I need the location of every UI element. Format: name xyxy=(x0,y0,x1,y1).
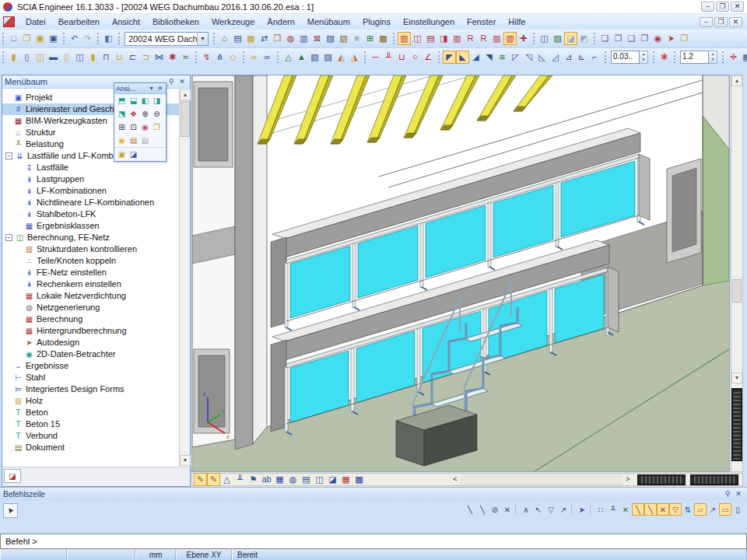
scale-spinner[interactable]: 0.03..▴▾ xyxy=(611,51,648,64)
snap-mode-tangent-icon[interactable]: ⇅ xyxy=(682,503,694,516)
line-force-icon[interactable]: ─ xyxy=(369,51,382,64)
tree-item-holz[interactable]: ▥Holz xyxy=(2,395,179,407)
hinge-4-icon[interactable]: ◥ xyxy=(482,51,496,64)
tree-item-hintergrundberechnung[interactable]: ▦Hintergrundberechnung xyxy=(2,325,179,337)
edit-all-icon[interactable]: ✎ xyxy=(207,473,220,486)
target-icon[interactable]: ✛ xyxy=(727,51,740,64)
snap-cursor-icon[interactable]: ↖ xyxy=(532,503,545,516)
tree-item-verbund[interactable]: TVerbund xyxy=(2,430,179,442)
beam-tool-4-icon[interactable]: ▬ xyxy=(47,51,60,64)
render-icon[interactable]: ❖ xyxy=(128,108,139,120)
snap-dot-grid-icon[interactable]: ∷ xyxy=(594,503,607,516)
select-by-property-icon[interactable]: ◨ xyxy=(437,32,451,45)
show-rendering-icon[interactable]: ◫ xyxy=(313,473,326,486)
show-names-icon[interactable]: ab xyxy=(260,473,273,486)
tree-item-nichtlineare-lf-kombinationen[interactable]: ↡Nichtlineare LF-Kombinationen xyxy=(2,197,179,208)
edit-active-icon[interactable]: ✎ xyxy=(194,473,207,486)
engineering-report-icon[interactable]: ▩ xyxy=(377,32,390,45)
subsoil-2-icon[interactable]: ▨ xyxy=(321,51,335,64)
beam-tool-10-icon[interactable]: ⊏ xyxy=(126,51,139,64)
show-labels-icon[interactable]: ⚑ xyxy=(247,473,260,486)
light-icon[interactable]: ◉ xyxy=(116,135,128,146)
corner-window-1-icon[interactable]: ❏ xyxy=(598,32,612,45)
vscroll-down-icon[interactable]: ▼ xyxy=(731,373,742,383)
cursor-tool-button[interactable]: ➤ xyxy=(3,503,18,518)
tree-item-strukturdaten-kontrollieren[interactable]: ▥Strukturdaten kontrollieren xyxy=(2,243,179,255)
mdi-close-button[interactable]: ✕ xyxy=(729,17,742,27)
zoom-all-icon[interactable]: ⊡ xyxy=(128,121,139,133)
corner-window-4-icon[interactable]: ❒ xyxy=(638,32,651,45)
scale-spinner-arrows[interactable]: ▴▾ xyxy=(640,51,648,64)
menu-datei[interactable]: Datei xyxy=(19,16,52,28)
zoom-selection-icon[interactable]: ◉ xyxy=(139,121,151,133)
command-input[interactable]: Befehl > xyxy=(0,534,747,549)
delete-icon[interactable]: ⊠ xyxy=(310,32,324,45)
select-by-layer-icon[interactable]: ▤ xyxy=(424,32,437,45)
beam-tool-13-icon[interactable]: ✱ xyxy=(166,51,179,64)
tree-item-2d-daten-betrachter[interactable]: ◉2D-Daten-Betrachter xyxy=(2,348,179,360)
new-icon[interactable]: □ xyxy=(7,32,20,45)
tree-item-ergebnisklassen[interactable]: ▦Ergebnisklassen xyxy=(2,220,179,232)
hinge-5-icon[interactable]: ≋ xyxy=(496,51,509,64)
menu-ansicht[interactable]: Ansicht xyxy=(106,16,146,28)
chevron-down-icon[interactable]: ▾ xyxy=(147,85,156,92)
beam-tool-14-icon[interactable]: ≍ xyxy=(179,51,192,64)
close-panel-icon[interactable]: ✕ xyxy=(177,77,188,87)
deselect-icon[interactable]: ▥ xyxy=(451,32,464,45)
scroll-down-icon[interactable]: ▼ xyxy=(180,455,191,466)
menu-einstellungen[interactable]: Einstellungen xyxy=(397,16,461,28)
show-grid-icon[interactable]: ▦ xyxy=(339,473,352,486)
tree-item-lastf-lle[interactable]: ↧Lastfälle xyxy=(2,162,179,173)
tree-item-stahlbeton-lfk[interactable]: ↡Stahlbeton-LFK xyxy=(2,208,179,220)
beam-tool-8-icon[interactable]: ⊓ xyxy=(100,51,113,64)
factor-spinner[interactable]: 1.2▴▾ xyxy=(680,51,717,64)
open-icon[interactable]: ❒ xyxy=(20,32,33,45)
zoom-in-icon[interactable]: ⊕ xyxy=(139,108,151,120)
minimize-button[interactable]: − xyxy=(701,2,714,12)
tree-item-lokale-netzverdichtung[interactable]: ▦Lokale Netzverdichtung xyxy=(2,290,179,302)
layers-icon[interactable]: ▤ xyxy=(231,32,244,45)
free-load-icon[interactable]: ○ xyxy=(409,51,422,64)
hinge-12-icon[interactable]: ⌐ xyxy=(588,51,601,64)
view-parameters-icon[interactable]: ◪ xyxy=(128,149,139,160)
menu-bibliotheken[interactable]: Bibliotheken xyxy=(146,16,205,28)
view-x-icon[interactable]: ⬒ xyxy=(116,95,128,107)
tree-item-lf-kombinationen[interactable]: ↡LF-Kombinationen xyxy=(2,185,179,197)
beam-tool-7-icon[interactable]: ▮ xyxy=(86,51,100,64)
angle-icon[interactable]: ✻ xyxy=(658,51,671,64)
redraw-icon[interactable]: ◉ xyxy=(651,32,665,45)
tree-item-dokument[interactable]: ▤Dokument xyxy=(2,442,179,453)
tree-item-integriertes-design-forms[interactable]: ⊨Integriertes Design Forms xyxy=(2,383,179,395)
snap-mode-arc-icon[interactable]: ▱ xyxy=(694,503,707,516)
export-view-icon[interactable]: ▨ xyxy=(551,32,564,45)
snap-circle-icon[interactable]: ⊘ xyxy=(489,503,501,516)
surface-load-icon[interactable]: ⊔ xyxy=(395,51,409,64)
snap-mode-midpoint-icon[interactable]: ╲ xyxy=(644,503,657,516)
view-z-icon[interactable]: ◧ xyxy=(139,95,151,107)
add-selection-icon[interactable]: ▥ xyxy=(490,32,503,45)
add-doc-icon[interactable]: ⊞ xyxy=(363,32,377,45)
zoom-out-icon[interactable]: ⊖ xyxy=(151,108,163,120)
hscroll-left-icon[interactable]: < xyxy=(450,474,461,485)
beam-tool-6-icon[interactable]: ◫ xyxy=(73,51,86,64)
hinge-11-icon[interactable]: ⊾ xyxy=(575,51,588,64)
snap-pointer-grid-icon[interactable]: ➤ xyxy=(576,503,588,516)
undo-icon[interactable]: ↶ xyxy=(68,32,81,45)
maximize-button[interactable]: ❐ xyxy=(716,2,729,12)
mdi-minimize-button[interactable]: − xyxy=(700,17,713,27)
show-doc-icon[interactable]: ▤ xyxy=(300,473,313,486)
tree-item-stahl[interactable]: ⊢Stahl xyxy=(2,372,179,383)
menu-werkzeuge[interactable]: Werkzeuge xyxy=(205,16,261,28)
snap-mode-intersection-icon[interactable]: ✕ xyxy=(657,503,669,516)
table-icon[interactable]: ▥ xyxy=(297,32,310,45)
zoom-window-icon[interactable]: ⊞ xyxy=(116,121,128,133)
hinge-6-icon[interactable]: ◸ xyxy=(509,51,522,64)
tree-item-beton-15[interactable]: TBeton 15 xyxy=(2,418,179,430)
grid-settings-icon[interactable]: ▦ xyxy=(244,32,258,45)
project-combo[interactable]: 20024 WEG Dachu▾ xyxy=(124,32,209,46)
open-project-folder-icon[interactable]: ❒ xyxy=(678,32,691,45)
filter-a-icon[interactable]: ◪ xyxy=(564,32,577,45)
center-selection-icon[interactable]: ✚ xyxy=(517,32,530,45)
scroll-up-icon[interactable]: ▲ xyxy=(180,89,191,100)
show-layers-icon[interactable]: ▩ xyxy=(352,473,366,486)
